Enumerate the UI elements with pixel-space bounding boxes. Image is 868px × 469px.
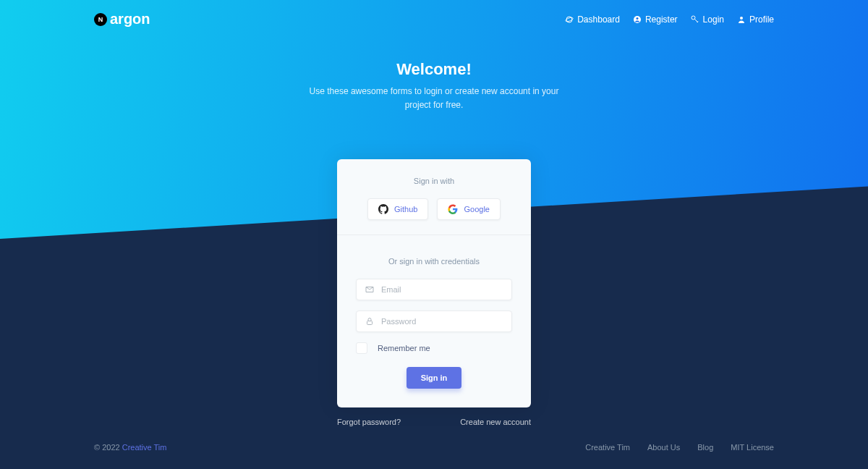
- nav-profile[interactable]: Profile: [737, 14, 774, 25]
- logo[interactable]: N argon: [94, 11, 150, 28]
- key-icon: [691, 15, 699, 24]
- footer-creative-link[interactable]: Creative Tim: [585, 443, 630, 452]
- user-circle-icon: [633, 15, 642, 24]
- card-body: Or sign in with credentials Remember me …: [337, 235, 531, 407]
- nav-login[interactable]: Login: [691, 14, 724, 25]
- lock-icon: [365, 317, 374, 326]
- svg-point-1: [565, 17, 574, 22]
- user-icon: [737, 15, 746, 24]
- social-buttons: Github Google: [352, 198, 516, 220]
- svg-point-3: [636, 17, 638, 20]
- login-card: Sign in with Github Google Or sign in wi…: [337, 159, 531, 407]
- google-button[interactable]: Google: [437, 198, 500, 220]
- svg-rect-6: [367, 321, 373, 325]
- create-account-link[interactable]: Create new account: [460, 418, 531, 426]
- email-input[interactable]: [381, 285, 503, 294]
- signin-button[interactable]: Sign in: [407, 367, 462, 389]
- password-group: [356, 310, 512, 332]
- nav-register[interactable]: Register: [633, 14, 678, 25]
- brand-link[interactable]: Creative Tim: [122, 443, 167, 452]
- hero-text: Welcome! Use these awesome forms to logi…: [0, 60, 868, 112]
- google-icon: [448, 204, 458, 214]
- svg-point-5: [740, 17, 743, 20]
- google-label: Google: [464, 205, 489, 214]
- github-icon: [378, 204, 388, 214]
- signin-with-label: Sign in with: [352, 177, 516, 185]
- email-group: [356, 279, 512, 300]
- nav-register-label: Register: [645, 14, 678, 25]
- planet-icon: [565, 15, 574, 24]
- remember-label: Remember me: [378, 344, 430, 352]
- nav-dashboard[interactable]: Dashboard: [565, 14, 620, 25]
- nav-links: Dashboard Register Login Profile: [565, 14, 774, 25]
- footer-about-link[interactable]: About Us: [647, 443, 680, 452]
- forgot-password-link[interactable]: Forgot password?: [337, 418, 401, 426]
- svg-point-4: [692, 16, 695, 20]
- credentials-label: Or sign in with credentials: [356, 257, 512, 266]
- footer-license-link[interactable]: MIT License: [731, 443, 774, 452]
- top-nav: N argon Dashboard Register Login Profile: [94, 0, 774, 38]
- github-label: Github: [394, 205, 417, 214]
- github-button[interactable]: Github: [367, 198, 428, 220]
- remember-group: Remember me: [356, 342, 512, 354]
- nav-profile-label: Profile: [749, 14, 774, 25]
- copyright: © 2022 Creative Tim: [94, 443, 166, 452]
- page-footer: © 2022 Creative Tim Creative Tim About U…: [94, 443, 774, 452]
- card-footer-links: Forgot password? Create new account: [337, 418, 531, 426]
- card-header: Sign in with Github Google: [337, 159, 531, 235]
- nav-login-label: Login: [703, 14, 724, 25]
- copyright-text: © 2022: [94, 443, 122, 452]
- email-icon: [365, 285, 374, 294]
- logo-icon: N: [94, 13, 107, 26]
- nav-dashboard-label: Dashboard: [577, 14, 620, 25]
- brand-name: argon: [110, 11, 150, 28]
- hero-subtitle: Use these awesome forms to login or crea…: [304, 85, 564, 112]
- hero-title: Welcome!: [0, 60, 868, 79]
- footer-blog-link[interactable]: Blog: [697, 443, 713, 452]
- footer-nav: Creative Tim About Us Blog MIT License: [585, 443, 774, 452]
- remember-checkbox[interactable]: [356, 342, 367, 354]
- password-input[interactable]: [381, 317, 503, 326]
